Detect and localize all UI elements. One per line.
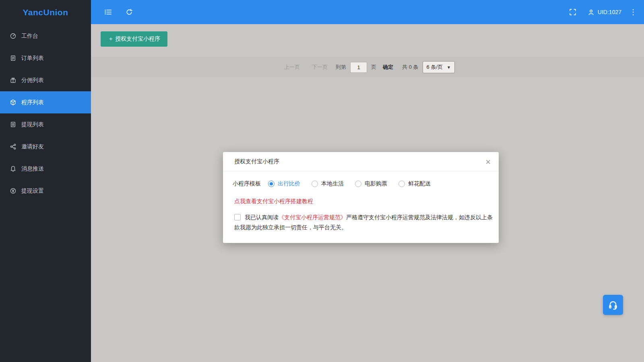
radio-label: 电影购票 [365,180,387,187]
sidebar-item-label: 消息推送 [21,165,44,173]
order-list-icon [10,55,16,62]
commission-list-icon [10,77,16,84]
agreement-prefix: 我已认真阅读 [245,214,279,220]
modal-body: 小程序模板 出行比价 本地生活 电影购票 鲜花配送 点我查看支付宝小程序搭建教程… [223,171,499,243]
brand-logo[interactable]: YancUnion [0,0,91,25]
withdraw-settings-icon [10,188,16,194]
page-size-select[interactable]: 6 条/页 ▼ [423,61,455,73]
radio-option-local-life[interactable]: 本地生活 [312,180,344,187]
sidebar-item-commission[interactable]: 分佣列表 [0,69,91,91]
radio-label: 出行比价 [278,180,300,187]
template-label: 小程序模板 [233,180,261,187]
menu-toggle-icon[interactable] [101,5,115,19]
sidebar-item-messages[interactable]: 消息推送 [0,158,91,180]
modal-header: 授权支付宝小程序 × [223,152,499,171]
radio-icon [398,181,405,187]
authorize-miniapp-button[interactable]: ＋ 授权支付宝小程序 [101,31,167,47]
sidebar-item-withdraw-settings[interactable]: 提现设置 [0,180,91,202]
agreement-checkbox[interactable] [234,214,241,220]
sidebar-item-label: 分佣列表 [21,77,44,84]
radio-label: 本地生活 [321,180,344,187]
fullscreen-icon[interactable] [566,5,580,19]
customer-support-button[interactable] [603,295,623,315]
page-number-input[interactable] [350,62,367,73]
agreement-text: 我已认真阅读《支付宝小程序运营规范》严格遵守支付宝小程序运营规范及法律法规，如违… [233,212,494,232]
sidebar-item-label: 提现列表 [21,121,44,128]
sidebar-item-orders[interactable]: 订单列表 [0,47,91,69]
sidebar-item-workbench[interactable]: 工作台 [0,25,91,47]
sidebar-item-label: 提现设置 [21,187,44,195]
message-push-icon [10,166,16,172]
close-icon[interactable]: × [484,156,492,168]
uid-label: UID:1027 [598,9,621,15]
sidebar: YancUnion 工作台 订单列表 分佣列表 程序列表 提现列表 邀 [0,0,91,362]
agreement-spec-link[interactable]: 《支付宝小程序运营规范》 [279,214,346,220]
sidebar-item-label: 订单列表 [21,55,44,62]
sidebar-item-label: 工作台 [21,33,38,40]
headset-icon [608,300,618,310]
radio-option-travel-compare[interactable]: 出行比价 [268,180,300,187]
tutorial-link[interactable]: 点我查看支付宝小程序搭建教程 [234,198,494,205]
prev-page-button[interactable]: 上一页 [280,62,304,72]
pagination: 上一页 下一页 到第 页 确定 共 0 条 6 条/页 ▼ [91,57,644,77]
page-size-value: 6 条/页 [427,64,443,71]
next-page-button[interactable]: 下一页 [308,62,332,72]
goto-page-suffix: 页 [371,64,376,71]
sidebar-item-withdraw-list[interactable]: 提现列表 [0,113,91,136]
more-options-icon[interactable]: ⋮ [630,8,637,16]
radio-option-flower-delivery[interactable]: 鲜花配送 [398,180,431,187]
authorize-miniapp-modal: 授权支付宝小程序 × 小程序模板 出行比价 本地生活 电影购票 鲜花配送 点我查… [223,152,499,243]
invite-friends-icon [10,144,16,150]
sidebar-item-label: 程序列表 [21,99,44,106]
modal-title: 授权支付宝小程序 [234,158,279,165]
total-count-label: 共 0 条 [402,64,418,71]
refresh-icon[interactable] [122,5,136,19]
dashboard-icon [10,33,16,39]
radio-icon [268,181,275,187]
program-list-icon [10,99,16,106]
sidebar-item-label: 邀请好友 [21,143,44,150]
chevron-down-icon: ▼ [447,65,451,70]
confirm-page-button[interactable]: 确定 [380,62,396,72]
template-radio-row: 小程序模板 出行比价 本地生活 电影购票 鲜花配送 [233,180,494,187]
sidebar-item-programs[interactable]: 程序列表 [0,91,91,113]
radio-option-movie-tickets[interactable]: 电影购票 [355,180,387,187]
radio-icon [355,181,361,187]
sidebar-item-invite[interactable]: 邀请好友 [0,136,91,158]
radio-icon [312,181,318,187]
user-icon [588,8,595,16]
withdraw-list-icon [10,121,16,128]
radio-label: 鲜花配送 [408,180,431,187]
goto-page-prefix: 到第 [336,64,346,71]
topbar: UID:1027 ⋮ [91,0,644,24]
user-menu[interactable]: UID:1027 [588,8,621,16]
